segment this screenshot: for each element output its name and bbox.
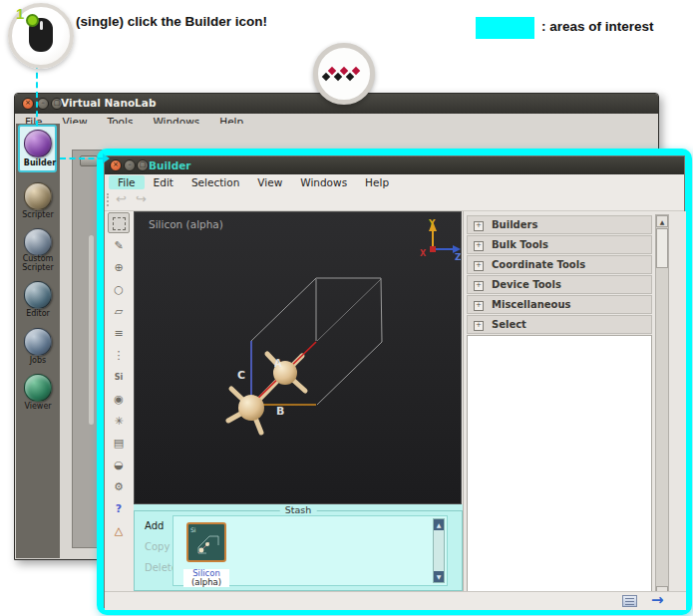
scroll-down-icon[interactable]: ▼ <box>434 571 444 582</box>
select-freehand-tool[interactable]: ✎ <box>108 235 130 256</box>
stash-scrollbar[interactable]: ▲ ▼ <box>433 518 445 583</box>
element-tool[interactable]: Si <box>108 367 130 388</box>
redo-icon[interactable]: ↪ <box>136 191 147 206</box>
section-label: Bulk Tools <box>492 239 548 250</box>
3d-viewport[interactable]: Silicon (alpha) Y Z X <box>134 211 462 504</box>
section-miscellaneous[interactable]: + Miscellaneous <box>467 295 652 314</box>
menu-edit[interactable]: Edit <box>145 175 182 189</box>
distribute-horizontal-icon: ≡ <box>114 327 123 340</box>
help-tool[interactable]: ? <box>108 498 130 519</box>
builder-bottom-bar: → <box>105 591 686 610</box>
select-freehand-icon: ✎ <box>114 239 123 252</box>
section-coordinate-tools[interactable]: + Coordinate Tools <box>467 255 652 274</box>
stash-list[interactable]: Si Silicon (alpha) ▲ ▼ <box>173 515 448 586</box>
axis-z-label: Z <box>455 252 461 262</box>
distribute-vertical-tool[interactable]: ⋮ <box>108 345 130 366</box>
stash-copy-button[interactable]: Copy <box>145 541 170 552</box>
highlight-legend-swatch <box>476 17 534 39</box>
builder-icon[interactable] <box>24 130 52 157</box>
sidebar-item-label: Scripter <box>16 263 60 272</box>
rotate-icon: ○ <box>114 283 124 296</box>
builder-titlebar[interactable]: × – ▢ Builder <box>105 156 684 174</box>
menu-view[interactable]: View <box>248 175 291 189</box>
toolbar-grip[interactable] <box>107 193 112 206</box>
vector-c-label: C <box>237 369 245 382</box>
screenshot-canvas: 1 (single) click the Builder icon! : are… <box>0 0 693 616</box>
close-button[interactable]: × <box>110 159 122 171</box>
select-rectangle-tool[interactable] <box>108 212 130 233</box>
jobs-icon[interactable] <box>24 328 52 356</box>
send-forward-arrow-icon[interactable]: → <box>651 591 664 609</box>
ghost-icon: ◒ <box>114 459 124 471</box>
instruction-text: (single) click the Builder icon! <box>76 14 267 29</box>
scripter-icon[interactable] <box>24 182 52 210</box>
scroll-up-icon[interactable]: ▲ <box>656 215 668 227</box>
section-label: Builders <box>492 219 537 230</box>
distribute-vertical-icon: ⋮ <box>114 349 125 362</box>
sidebar-item-label: Jobs <box>16 356 60 365</box>
expand-icon[interactable]: + <box>474 301 484 311</box>
section-label: Select <box>492 319 526 330</box>
section-device-tools[interactable]: + Device Tools <box>467 275 652 294</box>
section-content-area <box>467 335 652 599</box>
scrollbar-thumb[interactable] <box>656 228 668 268</box>
editor-icon[interactable] <box>24 281 52 309</box>
close-button[interactable]: × <box>22 98 34 110</box>
move-tool[interactable]: ⊕ <box>108 257 130 278</box>
annotation-connector-vertical <box>36 63 38 127</box>
maximize-button[interactable]: ▢ <box>137 159 149 171</box>
menu-file[interactable]: File <box>109 175 145 189</box>
preview-tool[interactable]: ⚙ <box>108 476 130 497</box>
ghost-tool[interactable]: ◒ <box>108 455 130 475</box>
expand-icon[interactable]: + <box>474 241 484 251</box>
sidebar-item-label: Custom <box>16 254 60 263</box>
viewer-icon[interactable] <box>24 374 52 402</box>
move-icon: ⊕ <box>114 261 123 274</box>
panel-scrollbar[interactable]: ▲ ▼ <box>655 214 669 599</box>
cell-tool[interactable]: ▱ <box>108 301 130 322</box>
fragment-tool[interactable]: ✳ <box>108 411 130 432</box>
app-sidebar: Builder Scripter Custom Scripter Editor … <box>16 124 60 558</box>
silicon-atom[interactable] <box>238 395 264 421</box>
section-builders[interactable]: + Builders <box>467 215 652 234</box>
axis-indicator: Y Z X <box>420 218 461 262</box>
minimize-button[interactable]: – <box>37 98 49 110</box>
undo-icon[interactable]: ↩ <box>116 191 127 206</box>
expand-icon[interactable]: + <box>474 261 484 271</box>
expand-icon[interactable]: + <box>474 221 484 231</box>
stash-item-name: (alpha) <box>183 578 229 587</box>
sidebar-item-label: Scripter <box>16 210 60 219</box>
minimize-button[interactable]: – <box>124 159 136 171</box>
stash-add-button[interactable]: Add <box>145 520 164 531</box>
menu-help[interactable]: Help <box>356 175 398 189</box>
lattice-tool[interactable]: △ <box>108 520 130 541</box>
plane-tool[interactable]: ▤ <box>108 433 130 454</box>
cell-icon: ▱ <box>115 305 123 318</box>
menu-windows[interactable]: Windows <box>291 175 356 189</box>
structure-scene: Silicon (alpha) Y Z X <box>135 212 461 503</box>
stash-title: Stash <box>280 504 317 515</box>
section-bulk-tools[interactable]: + Bulk Tools <box>467 235 652 254</box>
tag-tool[interactable]: ◉ <box>108 389 130 410</box>
menu-selection[interactable]: Selection <box>182 175 248 189</box>
distribute-horizontal-tool[interactable]: ≡ <box>108 323 130 344</box>
file-list-scrollbar[interactable] <box>89 235 94 425</box>
highlight-legend-text: : areas of interest <box>541 19 654 34</box>
expand-icon[interactable]: + <box>474 281 484 291</box>
stash-item-silicon-alpha[interactable]: Si <box>186 522 226 562</box>
step-1-mouse-badge: 1 <box>8 3 74 69</box>
vector-a-label: A <box>274 358 282 369</box>
section-label: Coordinate Tools <box>492 259 585 270</box>
builder-window: × – ▢ Builder File Edit Selection View W… <box>104 155 685 608</box>
send-to-scripter-icon[interactable] <box>622 595 637 607</box>
section-select[interactable]: + Select <box>467 315 652 334</box>
rotate-tool[interactable]: ○ <box>108 279 130 300</box>
expand-icon[interactable]: + <box>474 321 484 331</box>
instruction-bold: Builder <box>185 14 232 29</box>
sidebar-item-builder[interactable]: Builder <box>18 125 57 172</box>
scroll-up-icon[interactable]: ▲ <box>434 519 444 530</box>
help-icon: ? <box>116 502 122 515</box>
custom-scripter-icon[interactable] <box>24 228 52 256</box>
tag-icon: ◉ <box>114 393 124 406</box>
quantumwise-logo-badge <box>313 43 375 105</box>
